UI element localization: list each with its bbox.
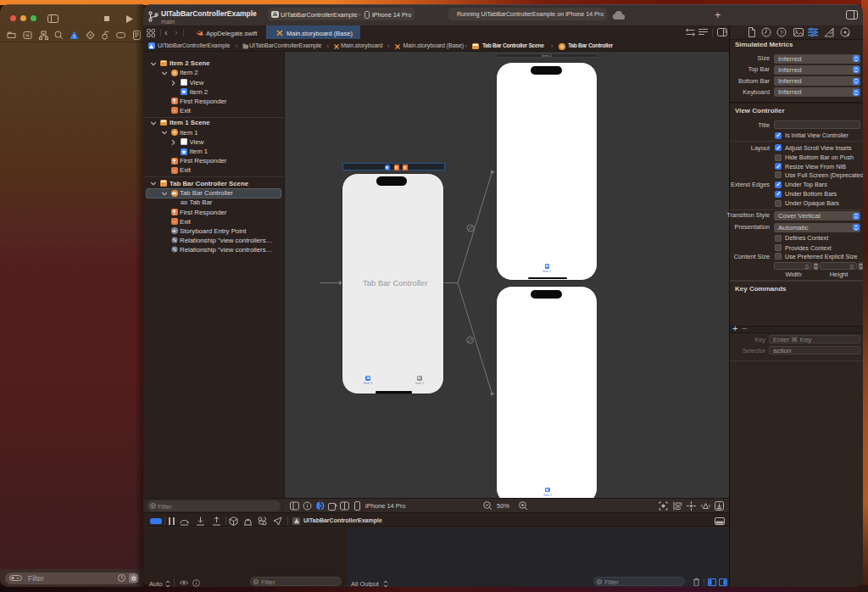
svg-text:!: !: [73, 34, 75, 39]
svg-text:?: ?: [780, 29, 783, 35]
